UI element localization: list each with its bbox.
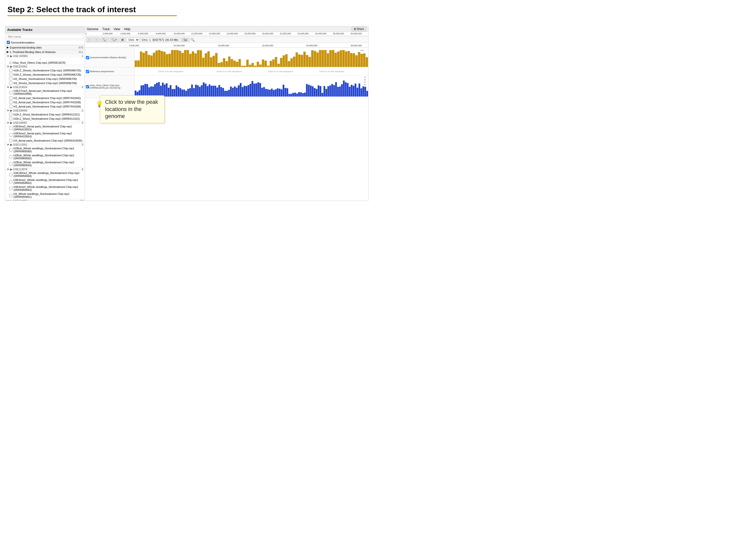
track-item[interactable]: H3K4me3_Whole seedlings_Nontreatment Chi… — [8, 185, 85, 192]
h3ac-track-row: H3ac_Root_Others Chip-rep1 (SRR5813678) … — [85, 75, 368, 98]
gse108487-header[interactable]: ▼ ▶ GSE108487 3 — [5, 121, 85, 125]
track-item[interactable]: H3K4me2_Whole seedlings_Nontreatment Chi… — [8, 178, 85, 185]
menu-help[interactable]: Help — [124, 27, 130, 31]
svg-rect-207 — [290, 94, 292, 97]
menu-track[interactable]: Track — [102, 27, 110, 31]
track-item[interactable]: H3_Whole seedlings_Nontreatment Chip-rep… — [8, 192, 85, 199]
svg-rect-29 — [143, 53, 145, 67]
svg-rect-28 — [140, 52, 142, 67]
gse112951-header[interactable]: ▼ ▶ GSE112951 3 — [5, 142, 85, 146]
svg-rect-102 — [332, 50, 334, 67]
gse-id0965-header[interactable]: ▼ ▶ GSE ID0965 1 — [5, 54, 85, 58]
coord-input[interactable] — [140, 38, 180, 42]
svg-rect-142 — [164, 85, 165, 97]
svg-rect-193 — [263, 87, 265, 97]
svg-rect-94 — [311, 50, 313, 67]
svg-rect-223 — [321, 93, 323, 97]
share-button[interactable]: ⊞ Share — [352, 27, 366, 31]
menu-genome[interactable]: Genome — [87, 27, 98, 31]
track-item[interactable]: H2A.Z_Shoot_Nontreatment Chip-rep1 (SRR6… — [8, 112, 85, 116]
available-tracks-header: Available Tracks — [5, 26, 85, 33]
svg-rect-45 — [184, 50, 186, 67]
svg-rect-66 — [238, 59, 241, 67]
track-item[interactable]: H3_Aerial part_Nontreatment Chip-rep1 (S… — [8, 100, 85, 104]
zoom-out-button[interactable]: 🔍- — [100, 37, 108, 42]
reference-track-checkbox[interactable] — [86, 70, 89, 73]
genome-annotation-checkbox[interactable] — [7, 41, 10, 44]
svg-text:10,000,000: 10,000,000 — [174, 32, 185, 35]
track-item[interactable]: H2A.Z_Shoot_Nontreatment Chip-rep2 (SRR6… — [8, 116, 85, 121]
genome-annotation-track-checkbox[interactable] — [86, 56, 89, 59]
svg-rect-206 — [289, 94, 290, 97]
go-button[interactable]: Go — [181, 38, 189, 42]
track-item[interactable]: H2A.Z_Shoots_Nontreatment Chip-rep2 (SRR… — [8, 73, 85, 77]
genome-annotation-canvas[interactable]: 200 100 0 — [135, 48, 368, 68]
track-item[interactable]: H2Bub_Whole seedlings_Nontreatment Chip-… — [8, 160, 85, 167]
svg-rect-71 — [252, 63, 254, 67]
gse108450-header[interactable]: ▼ ▶ GSE108450 2 — [5, 108, 85, 112]
svg-rect-198 — [273, 90, 275, 97]
svg-rect-47 — [189, 54, 191, 67]
filter-row[interactable] — [5, 33, 85, 40]
collapse-icon: ▶ — [7, 46, 9, 49]
track-item[interactable]: H3_Aerial part_Nontreatment Chip-rep2 (S… — [8, 104, 85, 108]
h3ac-track-checkbox[interactable] — [86, 85, 89, 88]
zoom-reset-button[interactable]: ⊕ — [120, 37, 126, 42]
genome-annotation-track-row: GenomeAnnotation (feature density) 200 1… — [85, 48, 368, 68]
svg-rect-140 — [160, 86, 162, 97]
genome-annotation-row[interactable]: GenomeAnnotation — [5, 40, 85, 45]
chr-select[interactable]: Chr1 — [127, 37, 139, 42]
svg-rect-179 — [236, 88, 237, 97]
svg-rect-195 — [267, 89, 269, 97]
svg-rect-138 — [156, 83, 158, 97]
gse103361-header[interactable]: ▼ ▶ GSE103361 — [5, 64, 85, 68]
svg-rect-214 — [304, 92, 306, 97]
zoom-in-button[interactable]: 🔍+ — [109, 37, 119, 42]
svg-rect-191 — [259, 83, 261, 97]
menu-view[interactable]: View — [114, 27, 120, 31]
svg-rect-199 — [275, 89, 277, 97]
gse113076-header[interactable]: ▼ ▶ GSE113076 4 — [5, 167, 85, 171]
svg-rect-34 — [155, 51, 158, 67]
svg-rect-182 — [242, 87, 243, 97]
svg-rect-110 — [353, 53, 355, 67]
svg-rect-92 — [306, 55, 308, 67]
gse114950-header[interactable]: ▼ ▶ GSE114950 13 — [5, 199, 85, 201]
track-item[interactable]: H3K36me2_Whole seedlings_Nontreatment Ch… — [8, 171, 85, 178]
track-item[interactable]: H3K9me2_Aerial parts_Nontreatment Chip-r… — [8, 131, 85, 138]
svg-rect-97 — [319, 50, 321, 67]
selected-track-checkbox[interactable]: ☑ — [9, 61, 12, 64]
svg-rect-177 — [232, 88, 234, 97]
back-button[interactable]: ← — [86, 37, 93, 42]
svg-rect-234 — [343, 81, 344, 97]
svg-rect-167 — [213, 86, 214, 97]
experimental-binding-header[interactable]: ▶ Experimental binding sites 878 — [5, 45, 85, 50]
svg-rect-115 — [366, 57, 368, 67]
filter-input[interactable] — [7, 34, 83, 39]
track-item[interactable]: H3_Shoots_Nontreatment Chip-rep2 (SRR599… — [8, 81, 85, 85]
track-item[interactable]: H3K27me3_Aerial part_Nontreatment Chip-r… — [8, 89, 85, 96]
selected-track-row[interactable]: ☑ H3ac_Root_Others Chip-rep1 (SRR5813678… — [5, 61, 85, 64]
svg-rect-65 — [236, 62, 238, 67]
experimental-count: 878 — [79, 46, 83, 49]
h3ac-canvas[interactable]: 70 60 50 40 20 10 0 — [135, 75, 368, 98]
svg-rect-209 — [294, 92, 296, 97]
svg-rect-169 — [216, 88, 218, 97]
track-item[interactable]: H3_Aerial parts_Nontreatment Chip-rep2 (… — [8, 138, 85, 142]
svg-text:26,000,000: 26,000,000 — [315, 32, 327, 35]
svg-rect-81 — [277, 64, 280, 67]
gse108450-count: 2 — [82, 109, 83, 112]
track-item[interactable]: H2A.Z_Shoots_Nontreatment Chip-rep1 (SRR… — [8, 68, 85, 73]
svg-rect-26 — [135, 60, 137, 67]
svg-text:10,000,000: 10,000,000 — [174, 44, 185, 47]
gse103924-header[interactable]: ▼ ▶ GSE103924 4 — [5, 85, 85, 89]
forward-button[interactable]: → — [93, 37, 99, 42]
track-item[interactable]: H3_Shoots_Nontreatment Chip-rep1 (SRR599… — [8, 77, 85, 81]
track-item[interactable]: H2Bub_Whole seedlings_Nontreatment Chip-… — [8, 146, 85, 153]
svg-rect-175 — [228, 90, 230, 97]
track-item[interactable]: H3_Aerial part_Nontreatment Chip-rep2 (S… — [8, 96, 85, 100]
predicted-binding-header[interactable]: ▶ 1. Predicted Binding Sites of Histones… — [5, 50, 85, 54]
track-item[interactable]: H2Bub_Whole seedlings_Nontreatment Chip-… — [8, 153, 85, 160]
svg-rect-152 — [183, 89, 185, 97]
track-item[interactable]: H3K9me2_Aerial parts_Nontreatment Chip-r… — [8, 125, 85, 131]
